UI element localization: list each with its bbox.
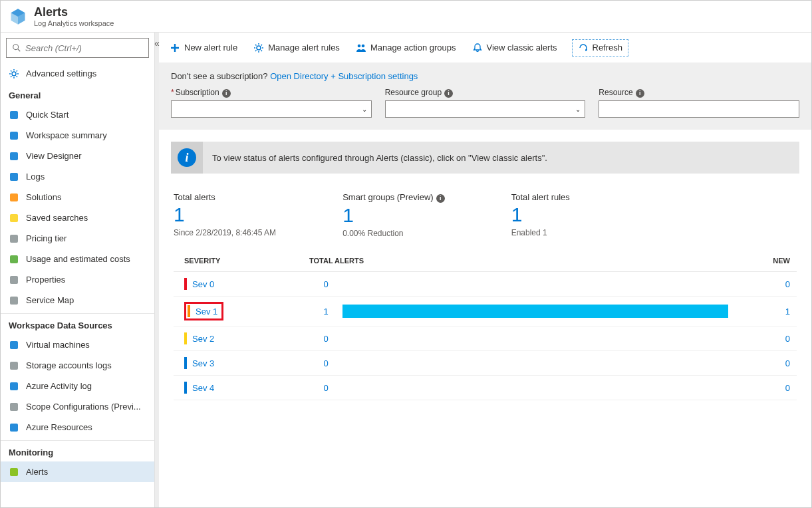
svg-point-0 [13, 45, 19, 50]
chevron-down-icon: ⌄ [575, 106, 581, 113]
cube-icon [9, 7, 27, 26]
severity-link[interactable]: Sev 1 [196, 307, 217, 317]
severity-link[interactable]: Sev 0 [192, 279, 214, 289]
gear-icon [253, 43, 264, 53]
severity-bar [342, 305, 728, 318]
manage-alert-rules-button[interactable]: Manage alert rules [252, 40, 341, 56]
svg-rect-9 [10, 235, 18, 243]
storage-icon [9, 360, 19, 371]
svg-rect-15 [10, 382, 18, 390]
filter-note: Don't see a subscription? Open Directory… [171, 71, 799, 81]
sidebar-item-virtual-machines[interactable]: Virtual machines [1, 334, 154, 355]
sidebar-item-pricing-tier[interactable]: Pricing tier [1, 228, 154, 249]
sidebar-item-workspace-summary[interactable]: Workspace summary [1, 125, 154, 146]
sidebar-item-saved-searches[interactable]: Saved searches [1, 207, 154, 228]
severity-row-sev-1[interactable]: Sev 111 [174, 297, 797, 326]
sidebar-item-solutions[interactable]: Solutions [1, 187, 154, 207]
refresh-button[interactable]: Refresh [572, 39, 629, 57]
resource-group-dropdown[interactable]: ⌄ [385, 100, 586, 118]
people-icon [356, 43, 366, 53]
refresh-icon [578, 43, 589, 53]
bell-icon [472, 43, 483, 53]
svg-point-20 [358, 44, 361, 47]
smart-groups-stat[interactable]: Smart groups (Preview)i 1 0.00% Reductio… [342, 192, 445, 238]
svg-rect-10 [10, 255, 18, 263]
severity-link[interactable]: Sev 3 [192, 358, 214, 368]
sidebar-item-service-map[interactable]: Service Map [1, 290, 154, 311]
filter-bar: Don't see a subscription? Open Directory… [159, 63, 811, 130]
sidebar-section-header: General [1, 84, 154, 104]
usage-icon [9, 254, 19, 265]
bars-icon [9, 233, 19, 244]
advanced-settings-item[interactable]: Advanced settings [1, 63, 154, 84]
subscription-dropdown[interactable]: ⌄ [171, 100, 372, 118]
sidebar-item-azure-resources[interactable]: Azure Resources [1, 417, 154, 438]
svg-rect-17 [10, 424, 18, 432]
svg-rect-6 [10, 173, 18, 181]
scope-icon [9, 402, 19, 412]
toolbar: New alert rule Manage alert rules Manage… [159, 33, 811, 63]
severity-row-sev-3[interactable]: Sev 300 [174, 351, 797, 376]
bars-icon [9, 275, 19, 285]
info-icon[interactable]: i [436, 194, 445, 203]
severity-row-sev-2[interactable]: Sev 200 [174, 326, 797, 351]
sidebar-section-header: Monitoring [1, 440, 154, 461]
svg-rect-16 [10, 403, 18, 411]
svg-rect-13 [10, 341, 18, 349]
manage-action-groups-button[interactable]: Manage action groups [354, 40, 458, 56]
open-directory-link[interactable]: Open Directory + Subscription settings [270, 71, 418, 81]
sidebar-section-header: Workspace Data Sources [1, 313, 154, 334]
svg-point-21 [362, 44, 365, 47]
total-rules-stat[interactable]: Total alert rules 1 Enabled 1 [511, 192, 570, 238]
new-alert-rule-button[interactable]: New alert rule [168, 40, 239, 56]
sidebar-item-scope-configurations-previ[interactable]: Scope Configurations (Previ... [1, 396, 154, 417]
resource-dropdown[interactable] [599, 100, 799, 118]
severity-table: SEVERITY TOTAL ALERTS NEW Sev 000Sev 111… [174, 250, 797, 400]
plus-icon [170, 43, 180, 53]
svg-rect-18 [10, 468, 18, 476]
gear-icon [9, 68, 19, 79]
sidebar-item-logs[interactable]: Logs [1, 166, 154, 187]
info-icon[interactable]: i [222, 89, 231, 98]
severity-row-sev-4[interactable]: Sev 400 [174, 376, 797, 400]
severity-tick [184, 382, 187, 394]
table-header: SEVERITY TOTAL ALERTS NEW [174, 250, 797, 272]
sidebar-item-storage-accounts-logs[interactable]: Storage accounts logs [1, 355, 154, 376]
severity-tick [184, 278, 187, 290]
total-alerts-stat[interactable]: Total alerts 1 Since 2/28/2019, 8:46:45 … [174, 192, 276, 238]
collapse-sidebar-button[interactable]: « [150, 38, 164, 49]
svg-rect-3 [10, 111, 18, 119]
sidebar-item-azure-activity-log[interactable]: Azure Activity log [1, 376, 154, 396]
sidebar-item-properties[interactable]: Properties [1, 269, 154, 290]
sidebar-item-usage-and-estimated-costs[interactable]: Usage and estimated costs [1, 249, 154, 269]
page-title: Alerts [34, 5, 114, 19]
svg-rect-7 [10, 193, 18, 201]
severity-link[interactable]: Sev 2 [192, 334, 214, 344]
designer-icon [9, 151, 19, 162]
search-input[interactable]: Search (Ctrl+/) [6, 38, 149, 58]
chevron-down-icon: ⌄ [362, 106, 367, 113]
svg-line-1 [18, 49, 21, 52]
sidebar-item-alerts[interactable]: Alerts [1, 461, 154, 482]
severity-row-sev-0[interactable]: Sev 000 [174, 272, 797, 297]
sidebar-item-view-designer[interactable]: View Designer [1, 146, 154, 166]
star-icon [9, 213, 19, 223]
severity-tick [188, 305, 190, 317]
svg-rect-8 [10, 214, 18, 222]
svg-point-2 [12, 72, 16, 76]
logs-icon [9, 172, 19, 182]
alert-icon [9, 467, 19, 477]
info-icon[interactable]: i [444, 89, 453, 98]
info-icon: i [178, 148, 196, 167]
sidebar-item-quick-start[interactable]: Quick Start [1, 104, 154, 125]
main-content: New alert rule Manage alert rules Manage… [155, 33, 811, 507]
severity-link[interactable]: Sev 4 [192, 383, 214, 393]
activity-icon [9, 381, 19, 392]
view-classic-alerts-button[interactable]: View classic alerts [471, 40, 559, 56]
map-icon [9, 295, 19, 306]
page-subtitle: Log Analytics workspace [34, 19, 114, 27]
title-bar: Alerts Log Analytics workspace [1, 1, 811, 33]
info-icon[interactable]: i [636, 89, 644, 98]
svg-rect-5 [10, 152, 18, 160]
vm-icon [9, 340, 19, 350]
